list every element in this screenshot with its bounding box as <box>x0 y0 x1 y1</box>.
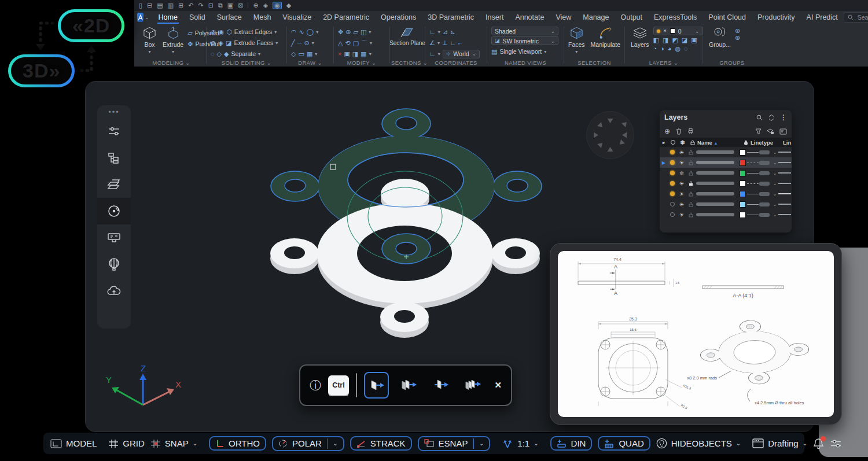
chevron-down-icon[interactable]: ⌄ <box>771 202 778 207</box>
layer-unisolate-icon[interactable]: ◨ <box>663 37 668 43</box>
expand-column-icon[interactable]: ▸ <box>660 140 668 145</box>
chevron-down-icon[interactable]: ⌄ <box>771 150 778 155</box>
panel-menu-icon[interactable]: ⋮ <box>780 113 787 121</box>
layer-linetype[interactable] <box>759 182 771 186</box>
layer-freeze-toggle[interactable]: ☀ <box>677 160 686 166</box>
extract-edges-button[interactable]: Extract Edges <box>234 28 272 35</box>
panel-label-layers[interactable]: LAYERS ⌄ <box>626 60 701 66</box>
union-icon[interactable]: ◎ <box>211 29 216 35</box>
chevron-down-icon[interactable]: ⌄ <box>771 212 778 217</box>
layer-name[interactable] <box>696 150 738 154</box>
layer-color-swatch[interactable] <box>740 149 746 156</box>
search-icon[interactable] <box>756 115 763 121</box>
arc-icon[interactable]: ◠ <box>291 29 297 35</box>
workspace-switcher[interactable]: Drafting⌄ <box>752 438 807 448</box>
ucs-world-icon[interactable]: ⌐ <box>458 40 462 46</box>
tab-3d-parametric[interactable]: 3D Parametric <box>422 11 480 24</box>
layer-lineweight[interactable] <box>778 193 792 195</box>
layer-visibility-toggle[interactable] <box>667 202 676 206</box>
tab-view[interactable]: View <box>550 11 577 24</box>
tab-expresstools[interactable]: ExpressTools <box>648 11 703 24</box>
notifications-button[interactable] <box>813 438 824 449</box>
layer-isolate-icon[interactable]: ◧ <box>653 37 659 43</box>
layer-linetype[interactable] <box>759 161 771 165</box>
purge-layers-icon[interactable] <box>687 128 694 135</box>
extrude-faces-button[interactable]: Extrude Faces <box>234 39 273 46</box>
explode-icon[interactable]: ▣ <box>344 51 350 57</box>
view-isometric-icon[interactable]: ◆ <box>286 2 291 9</box>
subtract-icon[interactable]: ◉ <box>219 29 225 35</box>
lock-column-icon[interactable] <box>687 140 697 145</box>
layer-visibility-toggle[interactable] <box>667 191 676 196</box>
separate-button[interactable]: Separate <box>231 50 256 57</box>
layer-visibility-toggle[interactable] <box>667 171 676 175</box>
chevron-down-icon[interactable]: ⌄ <box>771 181 778 186</box>
layer-row[interactable]: ☀ ⌄ <box>660 189 792 199</box>
tab-point-cloud[interactable]: Point Cloud <box>703 11 752 24</box>
layer-row[interactable]: ☀ ⌄ <box>660 209 792 220</box>
view-render-active-icon[interactable]: ◉ <box>273 2 282 9</box>
fillet-icon[interactable]: ⌒ <box>361 40 367 46</box>
tab-visualize[interactable]: Visualize <box>277 11 317 24</box>
redo-icon[interactable]: ↷ <box>198 2 204 9</box>
save-icon[interactable]: ▤ <box>157 2 163 9</box>
layer-select[interactable]: ☀ 0⌄ <box>653 27 703 35</box>
on-column-icon[interactable] <box>668 140 678 145</box>
ucs-z-icon[interactable]: ∠ <box>429 40 435 46</box>
chevron-down-icon[interactable]: ⌄ <box>193 440 197 447</box>
layer-unlock-icon[interactable]: ◕ <box>668 46 672 52</box>
layer-visibility-toggle[interactable] <box>667 181 676 186</box>
circle-icon[interactable]: ◯ <box>307 29 314 35</box>
tab-annotate[interactable]: Annotate <box>509 11 550 24</box>
ucs-entity-icon[interactable]: ⊾ <box>450 29 455 35</box>
export-icon[interactable]: ⊠ <box>238 2 243 9</box>
chevron-down-icon[interactable]: ⌄ <box>333 440 337 447</box>
palette-handle-icon[interactable]: ••• <box>108 108 120 118</box>
layer-name[interactable] <box>696 192 738 196</box>
line-icon[interactable]: ─ <box>297 40 302 46</box>
layer-color-swatch[interactable] <box>740 180 746 187</box>
layer-row[interactable]: ☀ ⌄ <box>660 147 792 157</box>
hatch-icon[interactable]: ▦ <box>307 51 312 57</box>
name-column-header[interactable]: Name ▲ <box>697 139 741 146</box>
layer-lock-toggle[interactable] <box>686 212 696 217</box>
grid-toggle[interactable]: GRID <box>108 438 145 448</box>
esnap-toggle[interactable]: ESNAP ⌄ <box>418 436 491 451</box>
move-icon[interactable]: ⊕ <box>345 29 351 35</box>
extrude-mode-auto-button[interactable] <box>460 372 485 399</box>
statusbar-settings-button[interactable] <box>830 438 842 449</box>
strack-toggle[interactable]: STRACK <box>350 436 412 451</box>
hideobjects-button[interactable]: HIDEOBJECTS⌄ <box>656 438 741 449</box>
ucs-3point-icon[interactable]: ∟ <box>450 40 456 46</box>
layer-color-swatch[interactable] <box>740 160 746 166</box>
app-menu-chevron-icon[interactable]: ⌄ <box>145 14 149 20</box>
layer-color-swatch[interactable] <box>740 170 746 176</box>
extract-edges-icon[interactable]: ⬡ <box>226 29 232 35</box>
layer-row[interactable]: ❄ ⌄ <box>660 168 792 178</box>
paste-icon[interactable]: ▣ <box>227 2 233 9</box>
mirror-icon[interactable]: ◫ <box>361 29 366 35</box>
layer-name[interactable] <box>696 213 738 216</box>
layer-freeze-icon[interactable]: ◩ <box>672 37 678 43</box>
layer-color-swatch[interactable] <box>740 212 746 218</box>
layer-color-swatch[interactable] <box>740 191 746 197</box>
layer-lineweight[interactable] <box>778 162 792 163</box>
panel-label-modeling[interactable]: MODELING ⌄ <box>138 60 205 66</box>
layer-lock-icon[interactable]: ▣ <box>691 37 697 43</box>
quad-toggle[interactable]: QUAD <box>598 436 650 451</box>
tab-home[interactable]: Home <box>153 11 183 24</box>
view-select[interactable]: ◪SW Isometric⌄ <box>491 36 558 45</box>
tab-ai-predict[interactable]: AI Predict <box>801 11 844 24</box>
palette-settings-button[interactable] <box>97 118 131 145</box>
lineweight-column-header[interactable]: Lin <box>783 139 791 146</box>
linetype-column-header[interactable]: Linetype <box>751 139 783 146</box>
layer-name[interactable] <box>696 202 738 206</box>
navigation-wheel[interactable] <box>586 110 635 160</box>
ucs-view-icon[interactable]: ⊥ <box>442 40 448 46</box>
chevron-down-icon[interactable]: ⌄ <box>771 171 778 176</box>
chevron-down-icon[interactable]: ⌄ <box>771 160 778 165</box>
visual-style-select[interactable]: Shaded⌄ <box>491 27 558 35</box>
layer-row-selected[interactable]: ▶ ☀ ⌄ <box>660 157 792 168</box>
row-expand-icon[interactable]: ▶ <box>660 160 667 165</box>
layer-freeze-toggle[interactable]: ☀ <box>677 180 686 187</box>
